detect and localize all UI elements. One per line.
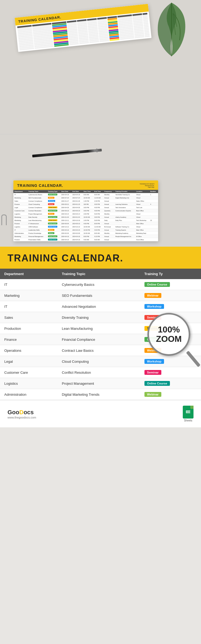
flat-table-row: FinanceIT InfrastructureOnline Course202… xyxy=(13,222,158,225)
flat-table-cell: Daily xyxy=(103,219,114,222)
zoom-cell-department: Logistics xyxy=(0,378,58,389)
flat-table-cell: Daily Plus xyxy=(114,219,135,222)
zoom-col-department: Department xyxy=(0,269,58,279)
zoom-cell-department: Operations xyxy=(0,345,58,356)
svg-rect-6 xyxy=(189,410,189,413)
flat-table-cell: 2024-04-15 xyxy=(71,228,83,232)
flat-table-cell: Legal xyxy=(13,206,27,209)
mini-type-badge: Online Course xyxy=(48,194,57,195)
flat-table-cell: 2:00 PM xyxy=(83,212,93,216)
flat-table-cell: Main Office xyxy=(135,228,149,232)
flat-table-cell: 2024-04-30 xyxy=(60,206,72,209)
zoom-cell-topic: Cybersecurity Basics xyxy=(58,279,140,290)
flat-table-cell: Online Course xyxy=(47,225,60,228)
flat-table-cell: 2024-04-30 xyxy=(71,206,83,209)
zoom-cell-type: Webinar xyxy=(140,389,201,400)
flat-table-row: LegalContract ComplianceOnline Course202… xyxy=(13,206,158,209)
flat-table-cell: 2024-04-16 xyxy=(71,238,83,241)
flat-table-cell: Webinar xyxy=(47,212,60,216)
logo-url: www.thegoodocs.com xyxy=(8,416,36,419)
flat-table-row: MarketingSEO FundamentalsWebinar2024-07-… xyxy=(13,196,158,199)
flat-table-cell: Software Training Co xyxy=(114,225,135,228)
flat-table-cell: SEO Fundamentals xyxy=(27,196,47,199)
flat-table-cell: Monthly xyxy=(103,232,114,235)
zoom-cell-topic: Contract Law Basics xyxy=(58,345,140,356)
flat-table-cell: Sales xyxy=(13,199,27,203)
zoom-cell-topic: Digital Marketing Trends xyxy=(58,389,140,400)
mini-type-badge: Webinar xyxy=(48,229,54,231)
flat-table-cell xyxy=(149,228,158,232)
flat-col-end-date: End Date xyxy=(71,190,83,193)
zoom-percent: 100% xyxy=(156,325,182,334)
mini-type-badge: Webinar xyxy=(48,197,54,199)
flat-table-cell: Bi-Annual xyxy=(103,225,114,228)
zoom-table-row: LogisticsProject ManagementOnline Course xyxy=(0,378,201,389)
sheets-grid-icon xyxy=(185,409,191,415)
flat-table-cell: Annual xyxy=(103,228,114,232)
mini-type-badge: Online Course xyxy=(48,226,57,228)
zoom-cell-department: Production xyxy=(0,323,58,334)
flat-table-cell: Workshop xyxy=(47,199,60,203)
flat-table-cell: 11:00 AM xyxy=(93,225,103,228)
gooddocs-logo: GooDocs www.thegoodocs.com xyxy=(8,409,36,419)
zoom-table-row: LegalCloud ComputingWorkshop xyxy=(0,356,201,367)
flat-col-frequency: Frequency xyxy=(103,190,114,193)
flat-table-cell: 2024-03-14 xyxy=(71,212,83,216)
flat-table-cell: 2024-02-06 xyxy=(71,232,83,235)
flat-table-cell: Sales Office xyxy=(135,199,149,203)
flat-col-start-date: Start Date xyxy=(60,190,72,193)
zoom-cell-department: Customer Care xyxy=(0,367,58,378)
flat-table-cell: 5:00 PM xyxy=(93,219,103,222)
flat-table-cell: Monthly xyxy=(103,193,114,196)
mini-type-badge: Online Course xyxy=(48,206,57,208)
flat-table-cell: 5:00 PM xyxy=(93,212,103,216)
flat-table-cell: 2024-07-24 xyxy=(60,196,72,199)
flat-table-cell: Online Course xyxy=(47,216,60,219)
flat-table-cell: 1:30 PM xyxy=(83,199,93,203)
mini-type-badge: Online Course xyxy=(48,235,57,237)
flat-table-cell xyxy=(149,225,158,228)
mini-type-badge: Workshop xyxy=(48,200,55,202)
flat-table-cell: Data Security xyxy=(27,216,47,219)
flat-table-cell: 1:00 PM xyxy=(83,219,93,222)
sheets-icon: Sheets xyxy=(183,406,193,422)
flat-table-cell: Communication Experts xyxy=(114,209,135,212)
flat-table-cell: Online Course xyxy=(47,222,60,225)
flat-table-cell: Contract Resolution xyxy=(27,209,47,212)
flat-table-cell xyxy=(114,212,135,216)
flat-table-cell: Annual xyxy=(103,206,114,209)
flat-table-cell: Tech Lab xyxy=(135,206,149,209)
training-type-badge: Seminar xyxy=(144,370,161,375)
zoom-cell-department: Legal xyxy=(0,356,58,367)
flat-table-cell: Logistics xyxy=(13,225,27,228)
flat-table-cell: 22 xyxy=(149,219,158,222)
flat-table-row: FinanceCloud ComputingSeminar2024-05-212… xyxy=(13,203,158,206)
flat-table-cell xyxy=(149,199,158,203)
flat-table-cell xyxy=(114,222,135,225)
flat-table-cell: TechSkills Training Co xyxy=(114,193,135,196)
flat-table-cell: Main Office xyxy=(135,222,149,225)
training-type-badge: Online Course xyxy=(144,381,170,386)
flat-table-cell: 10:00 PM xyxy=(83,228,93,232)
flat-table-cell: 2024-03-14 xyxy=(60,212,72,216)
flat-table-cell xyxy=(114,238,135,241)
flat-col-topic: Training Topic xyxy=(27,190,47,193)
flat-table-cell xyxy=(149,238,158,241)
flat-table-cell: 2024-04-16 xyxy=(60,235,72,238)
flat-table-cell: IT xyxy=(13,193,27,196)
flat-table-cell xyxy=(149,212,158,216)
flat-table-row: Customer CareContract ResolutionOnline C… xyxy=(13,209,158,212)
right-align-label: Right Align xyxy=(140,186,154,188)
flat-table-cell: Marketing Dept xyxy=(135,232,149,235)
flat-table-cell: Presentation Skills xyxy=(27,238,47,241)
mini-type-badge: Webinar xyxy=(48,213,54,215)
flat-doc-title: TRAINING CALENDAR. xyxy=(17,183,63,188)
zoom-table-row: Customer CareConflict ResolutionSeminar xyxy=(0,367,201,378)
flat-table-cell: 4 xyxy=(149,203,158,206)
flat-table-cell: 11:00 AM xyxy=(93,196,103,199)
zoom-col-type: Training Ty xyxy=(140,269,201,279)
flat-table-cell: 3:00 PM xyxy=(93,216,103,219)
flat-table-cell: Administration xyxy=(13,232,27,235)
flat-table-row: MarketingLean ManufacturingOnline Course… xyxy=(13,219,158,222)
flat-table-cell xyxy=(149,222,158,225)
